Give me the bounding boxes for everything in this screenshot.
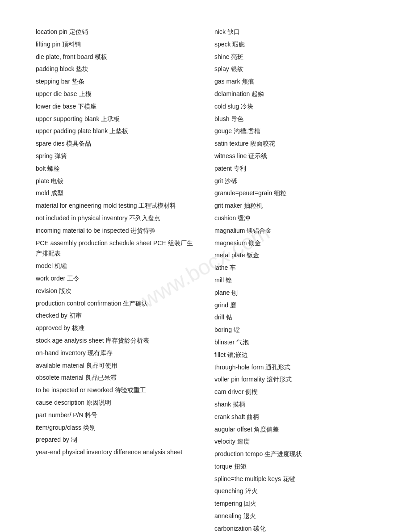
term-item: blinster 气泡 [214,337,375,348]
term-item: obsolete material 良品已呆滞 [36,373,197,383]
term-item: mold 成型 [36,188,197,199]
term-item: satin texture 段面咬花 [214,138,375,149]
term-item: velocity 速度 [214,436,375,447]
term-item: granule=peuet=grain 细粒 [214,188,375,199]
term-item: year-end physical inventory difference a… [36,447,197,458]
term-item: prepared by 制 [36,435,197,445]
term-item: production tempo 生产进度现状 [214,449,375,460]
term-item: die plate, front board 模板 [36,52,197,63]
term-item: upper supporting blank 上承板 [36,114,197,125]
term-item: delamination 起鳞 [214,89,375,100]
term-item: torque 扭矩 [214,461,375,472]
term-item: drill 钻 [214,312,375,323]
term-item: augular offset 角度偏差 [214,424,375,435]
term-item: item/group/class 类别 [36,423,197,433]
term-item: annealing 退火 [214,511,375,522]
term-item: work order 工令 [36,273,197,284]
term-item: bolt 螺栓 [36,163,197,174]
term-item: grind 磨 [214,300,375,311]
term-item: splay 银纹 [214,64,375,75]
main-content: location pin 定位销lifting pin 顶料销die plate… [36,27,375,532]
term-item: patent 专利 [214,163,375,174]
term-item: boring 镗 [214,325,375,335]
term-item: lathe 车 [214,263,375,273]
term-item: lifting pin 顶料销 [36,39,197,50]
term-item: incoming material to be inspected 进货待验 [36,226,197,236]
term-item: magnalium 镁铝合金 [214,226,375,236]
term-item: grit 沙砾 [214,176,375,187]
term-item: plate 电镀 [36,176,197,187]
term-item: carbonization 碳化 [214,524,375,532]
term-item: spare dies 模具备品 [36,138,197,149]
term-item: model 机锺 [36,261,197,272]
term-item: material for engineering mold testing 工程… [36,201,197,211]
term-item: nick 缺口 [214,27,375,38]
term-item: spring 弹簧 [36,151,197,162]
term-item: on-hand inventory 现有库存 [36,348,197,359]
term-item: cushion 缓冲 [214,213,375,224]
term-item: production control confirmation 生产确认 [36,298,197,309]
term-item: fillet 镶;嵌边 [214,350,375,360]
term-item: approved by 核准 [36,323,197,334]
term-item: tempering 回火 [214,498,375,509]
term-item: blush 导色 [214,114,375,125]
term-item: PCE assembly production schedule sheet P… [36,238,197,260]
term-item: quenching 淬火 [214,486,375,497]
term-item: available material 良品可使用 [36,360,197,371]
term-item: upper padding plate blank 上垫板 [36,126,197,137]
term-item: padding block 垫块 [36,64,197,75]
term-item: stepping bar 垫条 [36,76,197,87]
term-item: gas mark 焦痕 [214,76,375,87]
term-item: spline=the multiple keys 花键 [214,474,375,485]
term-item: cold slug 冷块 [214,101,375,112]
term-item: lower die base 下模座 [36,101,197,112]
left-column: location pin 定位销lifting pin 顶料销die plate… [36,27,197,532]
term-item: cause description 原因说明 [36,398,197,408]
term-item: metal plate 钣金 [214,250,375,261]
term-item: crank shaft 曲柄 [214,412,375,423]
term-item: cam driver 侧楔 [214,387,375,398]
term-item: shank 摸柄 [214,399,375,410]
term-item: through-hole form 通孔形式 [214,362,375,373]
term-item: shine 亮斑 [214,52,375,63]
term-item: revision 版次 [36,286,197,297]
term-item: part number/ P/N 料号 [36,410,197,421]
term-item: to be inspected or reworked 待验或重工 [36,385,197,396]
term-item: voller pin formality 滚针形式 [214,374,375,385]
term-item: grit maker 抽粒机 [214,201,375,211]
term-item: gouge 沟槽;凿槽 [214,126,375,137]
term-item: magnesium 镁金 [214,238,375,249]
right-column: nick 缺口speck 瑕疵shine 亮斑splay 银纹gas mark … [214,27,375,532]
term-item: location pin 定位销 [36,27,197,38]
term-item: checked by 初审 [36,310,197,321]
term-item: not included in physical inventory 不列入盘点 [36,213,197,224]
term-item: stock age analysis sheet 库存货龄分析表 [36,335,197,346]
term-item: plane 刨 [214,288,375,298]
term-item: speck 瑕疵 [214,39,375,50]
term-item: upper die base 上模 [36,89,197,100]
term-item: witness line 证示线 [214,151,375,162]
term-item: mill 锉 [214,275,375,286]
